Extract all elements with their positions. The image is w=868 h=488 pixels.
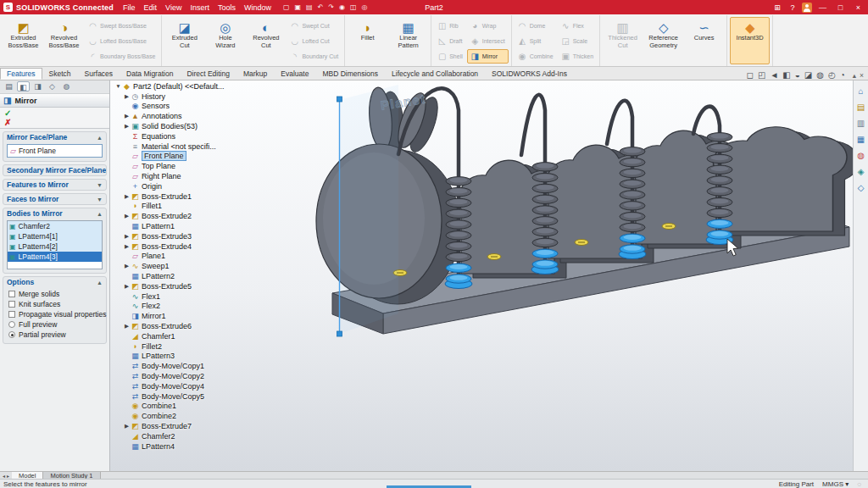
- ribbon-dome-button[interactable]: ◠Dome: [515, 19, 557, 33]
- ribbon-boundary-cut-button[interactable]: ◝Boundary Cut: [287, 49, 342, 64]
- tree-item-mirror1[interactable]: ◨Mirror1: [123, 311, 263, 321]
- feature-manager-tab[interactable]: ▤: [3, 81, 15, 92]
- tree-item-top-plane[interactable]: ▱Top Plane: [123, 161, 263, 171]
- pattern-marker[interactable]: [662, 224, 676, 230]
- front-plane-preview[interactable]: [337, 85, 399, 336]
- menu-file[interactable]: File: [119, 3, 140, 12]
- ribbon-thickened-cut-button[interactable]: ▥ThickenedCut: [603, 17, 643, 64]
- ribbon-reference-geometry-button[interactable]: ◇ReferenceGeometry: [643, 17, 683, 64]
- tab-sketch[interactable]: Sketch: [42, 68, 78, 80]
- tree-item-history[interactable]: ▶◷History: [123, 92, 263, 102]
- ribbon-draft-button[interactable]: ◺Draft: [434, 34, 466, 48]
- edit-appearance-icon[interactable]: ◍: [816, 70, 824, 80]
- ribbon-revolved-cut-button[interactable]: ◐RevolvedCut: [246, 17, 286, 64]
- view-palette-icon[interactable]: ▦: [857, 135, 865, 144]
- section-view-icon[interactable]: ◧: [782, 70, 790, 80]
- ribbon-swept-cut-button[interactable]: ◠Swept Cut: [287, 19, 342, 33]
- ribbon-mirror-button[interactable]: ◨Mirror: [467, 49, 509, 64]
- tree-item-body-move-copy4[interactable]: ⇄Body-Move/Copy4: [123, 381, 263, 391]
- expand-arrow[interactable]: ▼: [114, 83, 122, 89]
- menu-view[interactable]: View: [161, 3, 186, 12]
- ribbon-rib-button[interactable]: ◫Rib: [434, 19, 466, 33]
- ribbon-swept-boss-button[interactable]: ◠Swept Boss/Base: [85, 19, 159, 33]
- plane-handle[interactable]: [337, 331, 342, 336]
- tree-item-front-plane[interactable]: ▱Front Plane: [123, 152, 263, 162]
- hide-show-items-icon[interactable]: ◒: [795, 70, 800, 80]
- ribbon-split-button[interactable]: ◭Split: [515, 34, 557, 48]
- tree-item-chamfer1[interactable]: ◢Chamfer1: [123, 331, 263, 341]
- expand-arrow[interactable]: ▶: [123, 323, 131, 330]
- ribbon-extruded-boss-button[interactable]: ◩ExtrudedBoss/Base: [3, 17, 43, 64]
- expand-arrow[interactable]: ▶: [123, 233, 131, 240]
- expand-arrow[interactable]: ▶: [123, 193, 131, 200]
- design-library-icon[interactable]: ▤: [857, 103, 865, 112]
- close-pane-icon[interactable]: ×: [860, 71, 868, 80]
- user-avatar[interactable]: [802, 3, 812, 13]
- tree-item-fillet2[interactable]: ◗Fillet2: [123, 341, 263, 352]
- bodies-list-item[interactable]: ▣LPattern4[3]: [8, 252, 102, 262]
- group-header[interactable]: Bodies to Mirror ▲: [3, 208, 106, 219]
- tab-mbd-dimensions[interactable]: MBD Dimensions: [315, 68, 385, 80]
- radio-full-preview[interactable]: [8, 321, 15, 328]
- display-manager-tab[interactable]: ◍: [60, 81, 73, 92]
- tree-item-right-plane[interactable]: ▱Right Plane: [123, 171, 263, 181]
- pattern-marker[interactable]: [575, 240, 588, 246]
- tree-item-plane1[interactable]: ▱Plane1: [123, 252, 263, 262]
- tab-solidworks-add-ins[interactable]: SOLIDWORKS Add-Ins: [485, 68, 574, 80]
- ribbon-scale-button[interactable]: ◲Scale: [558, 34, 598, 48]
- display-style-icon[interactable]: ◪: [804, 70, 812, 80]
- tree-item-sweep1[interactable]: ▶∿Sweep1: [123, 261, 263, 271]
- previous-view-icon[interactable]: ◄: [770, 70, 778, 80]
- tree-item-boss-extrude6[interactable]: ▶◩Boss-Extrude6: [123, 321, 263, 331]
- tree-item-fillet1[interactable]: ◗Fillet1: [123, 202, 263, 212]
- tree-item-sensors[interactable]: ◉Sensors: [123, 102, 263, 112]
- ribbon-lofted-boss-button[interactable]: ◡Lofted Boss/Base: [85, 34, 159, 48]
- tree-item-lpattern1[interactable]: ▦LPattern1: [123, 221, 263, 231]
- tab-data-migration[interactable]: Data Migration: [120, 68, 180, 80]
- collapse-ribbon-icon[interactable]: ▴: [849, 71, 860, 80]
- zoom-fit-icon[interactable]: ◻: [747, 70, 754, 80]
- ribbon-hole-wizard-button[interactable]: ◎HoleWizard: [205, 17, 245, 64]
- checkbox-merge-solids[interactable]: [8, 291, 15, 297]
- tree-item-combine1[interactable]: ◉Combine1: [123, 402, 263, 412]
- graphics-viewport[interactable]: Planet ▼◆Part2 (Default) <<Default...▶◷H…: [110, 80, 868, 471]
- help-icon[interactable]: ?: [787, 3, 798, 12]
- group-header[interactable]: Features to Mirror ▼: [3, 180, 106, 190]
- tree-item-part2-default-default[interactable]: ▼◆Part2 (Default) <<Default...: [114, 81, 263, 92]
- rebuild-icon[interactable]: ◉: [337, 3, 348, 11]
- appearances-icon[interactable]: ◍: [857, 151, 865, 160]
- ribbon-thicken-button[interactable]: ▣Thicken: [558, 49, 598, 64]
- ribbon-revolved-boss-button[interactable]: ◑RevolvedBoss/Base: [44, 17, 84, 64]
- tab-direct-editing[interactable]: Direct Editing: [180, 68, 236, 80]
- menu-window[interactable]: Window: [240, 3, 275, 12]
- expand-arrow[interactable]: ▶: [123, 93, 131, 100]
- bodies-to-mirror-list[interactable]: ▣Chamfer2▣LPattern4[1]▣LPattern4[2]▣LPat…: [7, 220, 103, 269]
- scroll-right-icon[interactable]: ▸: [7, 473, 9, 479]
- ribbon-wrap-button[interactable]: ◕Wrap: [467, 19, 509, 33]
- view-orientation-icon[interactable]: ◴: [828, 70, 836, 80]
- ribbon-lofted-cut-button[interactable]: ◡Lofted Cut: [287, 34, 342, 48]
- tree-item-flex2[interactable]: ∿Flex2: [123, 302, 263, 312]
- plane-handle[interactable]: [337, 97, 342, 102]
- expand-arrow[interactable]: ▶: [123, 213, 131, 219]
- file-explorer-icon[interactable]: ▥: [857, 119, 865, 128]
- group-header[interactable]: Faces to Mirror ▼: [3, 194, 106, 204]
- tree-item-annotations[interactable]: ▶▲Annotations: [123, 111, 263, 121]
- tree-item-boss-extrude3[interactable]: ▶◩Boss-Extrude3: [123, 231, 263, 241]
- tree-item-flex1[interactable]: ∿Flex1: [123, 291, 263, 302]
- apps-grid-icon[interactable]: ⊞: [771, 3, 783, 12]
- cancel-button[interactable]: ✗: [4, 118, 105, 127]
- checkbox-propagate-visual-properties[interactable]: [8, 311, 15, 318]
- minimize-button[interactable]: —: [815, 3, 830, 12]
- ribbon-linear-pattern-button[interactable]: ▦LinearPattern: [388, 17, 428, 64]
- print-icon[interactable]: ▤: [303, 3, 315, 11]
- save-icon[interactable]: ▣: [292, 3, 304, 11]
- group-header[interactable]: Options ▲: [3, 277, 106, 287]
- menu-insert[interactable]: Insert: [186, 3, 214, 12]
- tree-item-boss-extrude2[interactable]: ▶◩Boss-Extrude2: [123, 211, 263, 221]
- home-icon[interactable]: ⌂: [858, 86, 863, 96]
- bodies-list-item[interactable]: ▣LPattern4[2]: [8, 241, 102, 252]
- zoom-area-icon[interactable]: ◰: [758, 70, 765, 80]
- tree-item-origin[interactable]: +Origin: [123, 181, 263, 191]
- group-header[interactable]: Secondary Mirror Face/Plane ▼: [3, 165, 106, 175]
